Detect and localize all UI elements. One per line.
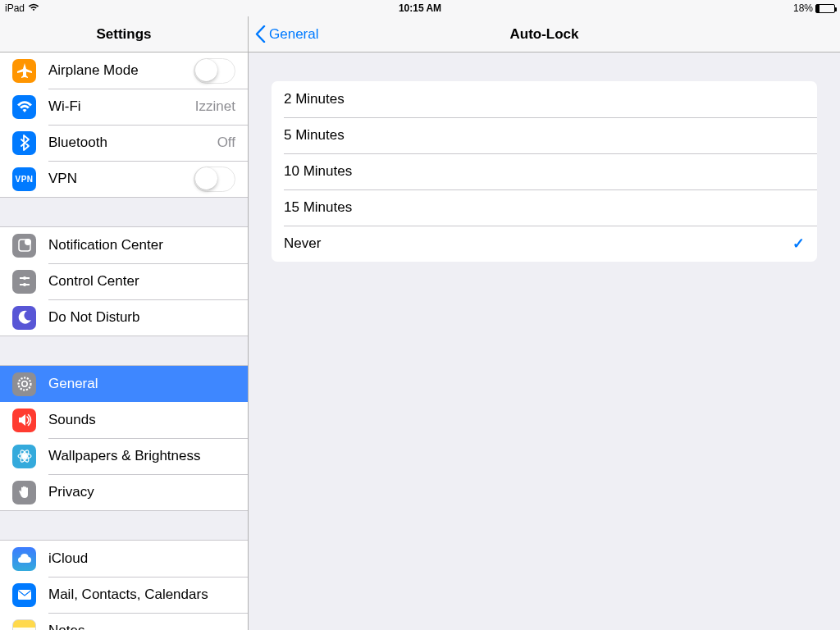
vpn-icon: VPN [12, 167, 36, 191]
auto-lock-option[interactable]: 2 Minutes [272, 81, 817, 117]
sidebar-item-notification-center[interactable]: Notification Center [0, 227, 248, 263]
checkmark-icon: ✓ [792, 235, 805, 253]
gear-icon [12, 372, 36, 396]
auto-lock-option[interactable]: 10 Minutes [272, 153, 817, 189]
auto-lock-detail: 2 Minutes5 Minutes10 Minutes15 MinutesNe… [249, 52, 840, 630]
sidebar-item-label: General [48, 376, 235, 392]
sidebar-item-label: Bluetooth [48, 135, 217, 151]
notes-icon [12, 619, 36, 631]
notification-icon [12, 234, 36, 258]
vpn-toggle[interactable] [194, 167, 235, 192]
sidebar-item-label: iCloud [48, 550, 235, 567]
back-button-label: General [269, 26, 318, 43]
device-label: iPad [5, 2, 25, 14]
battery-percent: 18% [793, 2, 813, 14]
mail-icon [12, 583, 36, 607]
battery-level [816, 5, 819, 12]
sidebar-nav-bar: Settings [0, 16, 249, 52]
auto-lock-option-label: 5 Minutes [284, 127, 345, 144]
sidebar-item-label: Control Center [48, 273, 235, 290]
sidebar-item-label: VPN [48, 171, 194, 187]
sidebar-item-control-center[interactable]: Control Center [0, 263, 248, 299]
sidebar-title: Settings [96, 26, 151, 43]
sidebar-item-label: Wi-Fi [48, 98, 195, 115]
sidebar-item-mail[interactable]: Mail, Contacts, Calendars [0, 577, 248, 613]
sidebar-item-icloud[interactable]: iCloud [0, 541, 248, 577]
battery-indicator: 18% [793, 2, 835, 14]
detail-title: Auto-Lock [509, 26, 578, 43]
sidebar-item-value: Off [217, 135, 235, 151]
sidebar-item-label: Do Not Disturb [48, 309, 235, 326]
bluetooth-icon [12, 131, 36, 155]
sidebar-item-notes[interactable]: Notes [0, 613, 248, 630]
auto-lock-option[interactable]: 5 Minutes [272, 117, 817, 153]
auto-lock-option-label: Never [284, 235, 321, 252]
sidebar-item-label: Notification Center [48, 237, 235, 253]
sidebar-item-label: Notes [48, 623, 235, 630]
settings-sidebar: Airplane ModeWi-FiIzzinetBluetoothOffVPN… [0, 52, 249, 630]
detail-nav-bar: General Auto-Lock [249, 16, 840, 52]
sidebar-item-label: Airplane Mode [48, 62, 194, 79]
back-button[interactable]: General [255, 25, 318, 43]
sidebar-item-general[interactable]: General [0, 366, 248, 402]
auto-lock-option[interactable]: Never✓ [272, 226, 817, 262]
auto-lock-options-group: 2 Minutes5 Minutes10 Minutes15 MinutesNe… [272, 81, 817, 262]
sidebar-item-wallpapers[interactable]: Wallpapers & Brightness [0, 438, 248, 474]
airplane-mode-toggle[interactable] [194, 58, 235, 84]
chevron-left-icon [255, 25, 266, 43]
sidebar-item-label: Privacy [48, 484, 235, 500]
status-bar: iPad 10:15 AM 18% [0, 0, 840, 16]
sidebar-item-sounds[interactable]: Sounds [0, 402, 248, 438]
wifi-icon [12, 95, 36, 119]
sidebar-item-wifi[interactable]: Wi-FiIzzinet [0, 89, 248, 125]
sidebar-item-privacy[interactable]: Privacy [0, 474, 248, 510]
sidebar-item-do-not-disturb[interactable]: Do Not Disturb [0, 299, 248, 336]
wifi-status-icon [28, 2, 39, 15]
auto-lock-option-label: 10 Minutes [284, 163, 352, 180]
auto-lock-option-label: 2 Minutes [284, 91, 345, 107]
auto-lock-option[interactable]: 15 Minutes [272, 189, 817, 226]
sidebar-item-label: Wallpapers & Brightness [48, 448, 235, 464]
airplane-icon [12, 59, 36, 83]
sidebar-item-value: Izzinet [195, 98, 235, 115]
sidebar-item-bluetooth[interactable]: BluetoothOff [0, 125, 248, 161]
moon-icon [12, 306, 36, 330]
hand-icon [12, 481, 36, 504]
status-time: 10:15 AM [399, 2, 441, 14]
sidebar-item-airplane-mode[interactable]: Airplane Mode [0, 52, 248, 89]
sidebar-item-label: Sounds [48, 412, 235, 428]
wallpaper-icon [12, 445, 36, 468]
cloud-icon [12, 547, 36, 571]
sidebar-item-label: Mail, Contacts, Calendars [48, 587, 235, 603]
control-center-icon [12, 270, 36, 294]
speaker-icon [12, 409, 36, 432]
sidebar-item-vpn[interactable]: VPNVPN [0, 161, 248, 197]
auto-lock-option-label: 15 Minutes [284, 199, 352, 216]
